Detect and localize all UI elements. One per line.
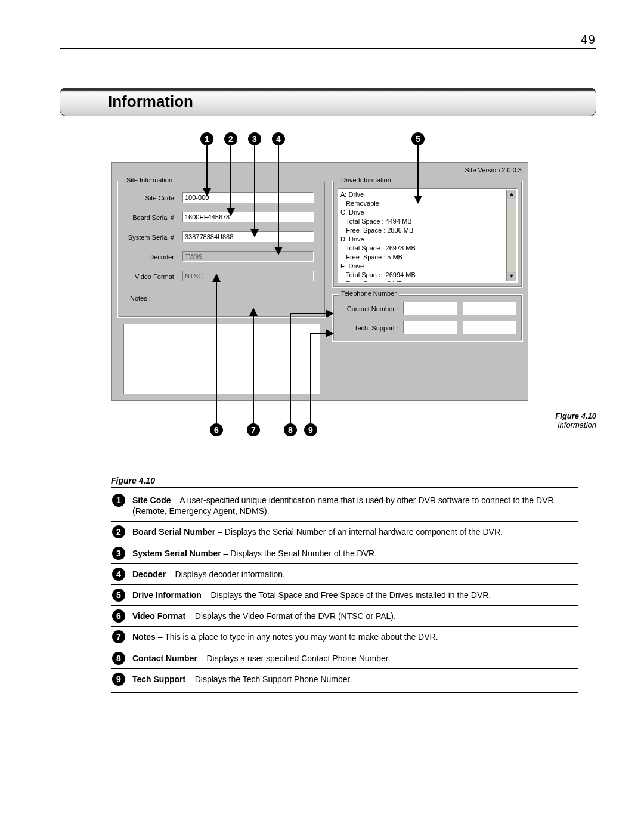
callout-4: 4 bbox=[272, 132, 285, 145]
drive-listbox[interactable]: A: Drive Removable C: Drive Total Space … bbox=[338, 188, 518, 283]
legend-term: Notes bbox=[132, 632, 156, 642]
legend-term: Drive Information bbox=[132, 590, 202, 600]
legend-desc: – Displays decoder information. bbox=[166, 569, 285, 579]
leader-line bbox=[230, 145, 231, 208]
legend-row: 2Board Serial Number – Displays the Seri… bbox=[111, 521, 578, 542]
board-serial-label: Board Serial # : bbox=[118, 214, 178, 221]
arrow-down-icon bbox=[227, 208, 235, 216]
system-serial-input[interactable] bbox=[182, 231, 314, 242]
legend-desc: – Displays a user specified Contact Phon… bbox=[197, 654, 391, 663]
callout-8: 8 bbox=[284, 423, 297, 436]
arrow-down-icon bbox=[250, 229, 259, 237]
leader-line bbox=[253, 316, 254, 423]
arrow-up-icon bbox=[212, 274, 221, 282]
callout-3: 3 bbox=[248, 132, 261, 145]
tech-support-input-2[interactable] bbox=[463, 321, 516, 334]
legend-row-number: 1 bbox=[112, 494, 125, 507]
telephone-number-group: Telephone Number Contact Number : Tech. … bbox=[332, 294, 523, 342]
legend-desc: – Displays the Total Space and Free Spac… bbox=[202, 590, 491, 600]
legend-row-number: 9 bbox=[112, 673, 125, 686]
legend-row-number: 8 bbox=[112, 652, 125, 665]
legend-table: Figure 4.10 1Site Code – A user-specifie… bbox=[111, 476, 578, 693]
figure-caption: Figure 4.10 Information bbox=[525, 411, 596, 429]
tech-support-label: Tech. Support : bbox=[333, 324, 398, 332]
decoder-label: Decoder : bbox=[118, 253, 178, 261]
site-version-label: Site Version 2.0.0.3 bbox=[465, 166, 522, 174]
leader-line bbox=[310, 333, 327, 334]
video-format-label: Video Format : bbox=[118, 273, 178, 280]
legend-desc: – Displays the Serial Number of the DVR. bbox=[221, 549, 377, 558]
figure-caption-label: Figure 4.10 bbox=[555, 411, 596, 420]
legend-term: Decoder bbox=[132, 569, 166, 579]
callout-5: 5 bbox=[411, 132, 425, 145]
legend-term: Tech Support bbox=[132, 674, 185, 684]
callout-7: 7 bbox=[247, 423, 260, 436]
legend-row-number: 3 bbox=[112, 547, 125, 560]
arrow-up-icon bbox=[249, 308, 258, 316]
page: 49 4.10 Information 1 2 3 4 5 6 7 8 9 Si… bbox=[0, 0, 644, 833]
section-title-bar: Information bbox=[60, 88, 596, 116]
board-serial-input[interactable] bbox=[182, 212, 314, 222]
legend-term: System Serial Number bbox=[132, 549, 221, 558]
leader-line bbox=[290, 313, 327, 314]
legend-row-number: 6 bbox=[112, 609, 125, 623]
callout-9: 9 bbox=[304, 423, 317, 436]
leader-line bbox=[206, 145, 208, 188]
leader-line bbox=[278, 145, 279, 247]
arrow-right-icon bbox=[326, 329, 334, 337]
legend-row: 4Decoder – Displays decoder information. bbox=[111, 563, 578, 584]
arrow-right-icon bbox=[326, 309, 334, 318]
legend-row: 9Tech Support – Displays the Tech Suppor… bbox=[111, 668, 578, 689]
legend-top-rule bbox=[111, 487, 578, 488]
legend-row: 6Video Format – Displays the Video Forma… bbox=[111, 605, 578, 626]
site-code-input[interactable] bbox=[182, 192, 314, 203]
legend-desc: – Displays the Video Format of the DVR (… bbox=[185, 611, 396, 621]
video-format-input bbox=[182, 271, 314, 281]
legend-row: 1Site Code – A user-specified unique ide… bbox=[111, 490, 578, 521]
contact-number-input-2[interactable] bbox=[463, 302, 516, 315]
legend-row-number: 2 bbox=[112, 525, 125, 538]
legend-row: 7Notes – This is a place to type in any … bbox=[111, 626, 578, 647]
legend-bottom-rule bbox=[111, 692, 578, 693]
scroll-down-button[interactable]: ▼ bbox=[507, 272, 516, 281]
arrow-down-icon bbox=[414, 196, 422, 204]
drive-info-legend: Drive Information bbox=[339, 176, 394, 184]
legend-title: Figure 4.10 bbox=[111, 476, 578, 485]
leader-line bbox=[290, 313, 291, 423]
callout-6: 6 bbox=[210, 423, 223, 436]
legend-term: Contact Number bbox=[132, 654, 197, 663]
site-info-legend: Site Information bbox=[124, 176, 175, 184]
leader-line bbox=[216, 282, 217, 423]
legend-row: 5Drive Information – Displays the Total … bbox=[111, 584, 578, 605]
legend-term: Video Format bbox=[132, 611, 185, 621]
page-number: 49 bbox=[581, 33, 596, 47]
scroll-up-button[interactable]: ▲ bbox=[507, 190, 516, 199]
leader-line bbox=[417, 145, 419, 196]
site-code-label: Site Code : bbox=[118, 194, 178, 202]
site-information-group: Site Information Site Code : Board Seria… bbox=[117, 181, 326, 318]
legend-row: 8Contact Number – Displays a user specif… bbox=[111, 648, 578, 668]
contact-number-input-1[interactable] bbox=[403, 302, 457, 315]
information-dialog: Site Version 2.0.0.3 Site Information Si… bbox=[111, 162, 528, 401]
system-serial-label: System Serial # : bbox=[118, 234, 178, 241]
callout-2: 2 bbox=[224, 132, 237, 145]
drive-information-group: Drive Information A: Drive Removable C: … bbox=[332, 181, 523, 288]
arrow-down-icon bbox=[274, 247, 283, 255]
callout-1: 1 bbox=[200, 132, 213, 145]
tech-support-input-1[interactable] bbox=[403, 321, 457, 334]
legend-desc: – Displays the Tech Support Phone Number… bbox=[185, 674, 352, 684]
section-title: Information bbox=[108, 92, 193, 110]
top-rule bbox=[60, 48, 596, 49]
legend-row-number: 5 bbox=[112, 589, 125, 602]
decoder-input bbox=[182, 251, 314, 262]
legend-desc: – A user-specified unique identification… bbox=[132, 496, 556, 516]
legend-term: Site Code bbox=[132, 496, 171, 505]
telephone-legend: Telephone Number bbox=[339, 290, 399, 297]
legend-row: 3System Serial Number – Displays the Ser… bbox=[111, 543, 578, 563]
scrollbar[interactable]: ▲ ▼ bbox=[506, 190, 516, 281]
legend-row-number: 4 bbox=[112, 568, 125, 581]
arrow-down-icon bbox=[203, 188, 211, 197]
legend-desc: – This is a place to type in any notes y… bbox=[156, 632, 438, 642]
notes-label: Notes : bbox=[118, 295, 190, 302]
leader-line bbox=[310, 333, 311, 423]
